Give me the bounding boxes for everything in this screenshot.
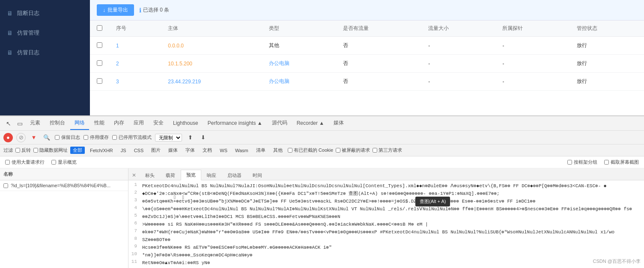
filter-manifest[interactable]: 清单 xyxy=(253,147,268,154)
row-checkbox-3[interactable] xyxy=(97,78,102,84)
tab-console[interactable]: 控制台 xyxy=(45,117,69,130)
disable-throttle-label: 已停用节流模式 xyxy=(112,134,152,141)
tab-media[interactable]: 媒体 xyxy=(329,117,348,130)
devtools-tabs: ↖ ▭ 元素 控制台 网络 性能 内存 应用 安全 Lighthouse Per… xyxy=(0,116,644,131)
line-number: 3 xyxy=(128,197,142,203)
line-text: SZ⊗⊗⊗BOT⊗⊗ xyxy=(142,236,644,244)
filter-ws[interactable]: WS xyxy=(217,147,230,153)
row-probe-2: - xyxy=(495,55,569,73)
row-traffic-3: 否 xyxy=(336,73,421,91)
row-status-2: 放行 xyxy=(570,55,644,73)
tab-memory[interactable]: 内存 xyxy=(110,117,128,130)
hide-data-url-checkbox[interactable] xyxy=(33,148,38,153)
disable-throttle-checkbox[interactable] xyxy=(112,135,117,140)
preview-tab-response[interactable]: 响应 xyxy=(201,170,222,180)
preview-tab-payload[interactable]: 载荷 xyxy=(160,170,181,180)
close-preview-btn[interactable]: ✕ xyxy=(128,171,140,180)
preview-area: ✕ 标头 载荷 预览 响应 启动器 时间 1PKetxeotDc4nulNulN… xyxy=(128,168,644,268)
tab-performance[interactable]: 性能 xyxy=(90,117,109,130)
invert-filter-checkbox[interactable] xyxy=(15,148,20,153)
select-all-checkbox[interactable] xyxy=(97,25,102,31)
filter-img[interactable]: 图片 xyxy=(149,147,163,154)
row-traffic-size-1: - xyxy=(421,37,495,55)
filter-row: 过滤 反转 隐藏数据网址 全部 Fetch/XHR JS CSS 图片 媒体 字… xyxy=(0,144,644,156)
table-row: 2 10.1.5.200 办公电脑 否 - - 放行 xyxy=(90,55,644,73)
filter-font[interactable]: 字体 xyxy=(183,147,197,154)
cursor-icon[interactable]: ↖ xyxy=(3,118,14,129)
export-button[interactable]: ↓ 批量导出 xyxy=(97,4,134,16)
code-line: 3⊗6⊗5vtq⊗⊗Kh+⊗etv6}⊗⊗3⊗sUB⊗⊗"bjX%M⊗⊗DC⊗"… xyxy=(128,197,644,205)
large-rows-checkbox[interactable] xyxy=(5,160,10,165)
tab-lighthouse[interactable]: Lighthouse xyxy=(169,118,203,130)
show-overview-text: 显示概览 xyxy=(58,159,77,165)
row-checkbox-1[interactable] xyxy=(97,42,102,48)
filter-wasm[interactable]: Wasm xyxy=(233,147,251,153)
group-by-frame-checkbox[interactable] xyxy=(567,160,572,165)
tab-network[interactable]: 网络 xyxy=(70,117,89,130)
th-traffic: 是否有流量 xyxy=(336,21,421,37)
device-icon[interactable]: ▭ xyxy=(15,118,25,129)
preview-tab-initiator[interactable]: 启动器 xyxy=(222,170,247,180)
invert-filter-label: 反转 xyxy=(15,147,31,153)
disable-cache-checkbox[interactable] xyxy=(83,135,88,140)
filter-all[interactable]: 全部 xyxy=(70,147,85,154)
main-content: ↓ 批量导出 ℹ 已选择 0 条 序号 xyxy=(90,0,644,115)
tab-source[interactable]: 源代码 xyxy=(268,117,292,130)
row-type-1: 其他 xyxy=(262,37,336,55)
filter-other[interactable]: 其他 xyxy=(271,147,285,154)
file-item-checkbox[interactable] xyxy=(3,183,8,188)
row-num-3: 3 xyxy=(109,73,161,91)
third-party-text: 第三方请求 xyxy=(379,147,402,153)
filter-js[interactable]: JS xyxy=(118,147,129,153)
file-item[interactable]: ?id_ls=[109]&filename=%E8%B5%84%E4%B... xyxy=(0,180,128,191)
row-status-1: 放行 xyxy=(570,37,644,55)
preserve-log-checkbox[interactable] xyxy=(55,135,60,140)
preview-tab-headers[interactable]: 标头 xyxy=(140,170,160,180)
tab-application[interactable]: 应用 xyxy=(129,117,148,130)
filter-fetch-xhr[interactable]: Fetch/XHR xyxy=(87,147,116,153)
line-number: 8 xyxy=(128,236,142,241)
filter-doc[interactable]: 文档 xyxy=(200,147,215,154)
blocked-requests-checkbox[interactable] xyxy=(336,148,340,153)
options-right: 按框架分组 截取屏幕截图 xyxy=(567,159,639,165)
capture-screenshot-checkbox[interactable] xyxy=(604,160,609,165)
throttle-select[interactable]: 无限制 xyxy=(155,134,182,141)
monitor-icon-3: 🖥 xyxy=(7,49,13,56)
filter-css[interactable]: CSS xyxy=(131,147,146,153)
filter-label: 过滤 xyxy=(3,147,13,153)
tab-perf-insights[interactable]: Performance insights ▲ xyxy=(203,118,267,130)
code-line: 9Hcs⊗⊗3f⊗⊗NK⊗⊗⊗ RS aETV⊗"9⊗⊗ESC⊗⊗FsoM⊗L⊗… xyxy=(128,244,644,251)
line-text: ⊗k⊗⊗7*⊗WH{r⊗⊗Cuj⊗NaK}⊗WH⊗⊗"r*⊗⊗0⊗9a8⊗⊗ U… xyxy=(142,228,644,236)
preserve-log-text: 保留日志 xyxy=(61,134,80,141)
blocked-cookie-checkbox[interactable] xyxy=(288,148,292,153)
info-icon: ℹ xyxy=(139,7,141,14)
blocked-requests-label: 被屏蔽的请求 xyxy=(336,147,370,153)
preview-tab-timing[interactable]: 时间 xyxy=(247,170,268,180)
sidebar-item-spoof-mgmt[interactable]: 🖥 仿冒管理 xyxy=(0,23,90,43)
clear-button[interactable]: ⊘ xyxy=(16,133,26,142)
table-container: 序号 主体 类型 是否有流量 流量大小 所属探针 管控状态 1 xyxy=(90,21,644,115)
upload-icon[interactable]: ⬆ xyxy=(185,133,195,142)
sidebar-item-spoof-log[interactable]: 🖥 仿冒日志 xyxy=(0,43,90,62)
filter-icon[interactable]: ▼ xyxy=(29,133,39,142)
hide-data-url-label: 隐藏数据网址 xyxy=(33,147,68,153)
download-icon[interactable]: ⬇ xyxy=(198,133,208,142)
line-text: *n⊗}]⊗F⊗8⊗\Rs⊗⊗⊗⊗_SsoKeq⊗n⊗DC4pH⊗caN⊗y⊗ xyxy=(142,251,644,259)
preview-tab-preview[interactable]: 预览 xyxy=(181,170,201,180)
row-checkbox-2[interactable] xyxy=(97,60,102,66)
record-button[interactable]: ● xyxy=(3,133,13,142)
tab-security[interactable]: 安全 xyxy=(149,117,168,130)
row-num-2: 2 xyxy=(109,55,161,73)
selected-count-text: 已选择 0 条 xyxy=(143,6,169,14)
tab-recorder[interactable]: Recorder ▲ xyxy=(292,118,329,130)
filter-media[interactable]: 媒体 xyxy=(166,147,180,154)
tab-elements[interactable]: 元素 xyxy=(26,117,45,130)
third-party-checkbox[interactable] xyxy=(373,148,377,153)
line-text: ◆DC⊗◆'2⊗:caN᷊x⊗<᷊w"CR⊗(stB<⊗DeNQ(FE⊗dNaK… xyxy=(142,190,644,197)
row-host-1: 0.0.0.0 xyxy=(161,37,262,55)
sidebar-item-block-log[interactable]: 🖥 阻断日志 xyxy=(0,3,90,23)
show-overview-checkbox[interactable] xyxy=(51,160,56,165)
th-host: 主体 xyxy=(161,21,262,37)
line-number: 4 xyxy=(128,205,142,210)
search-icon[interactable]: 🔍 xyxy=(42,133,51,142)
